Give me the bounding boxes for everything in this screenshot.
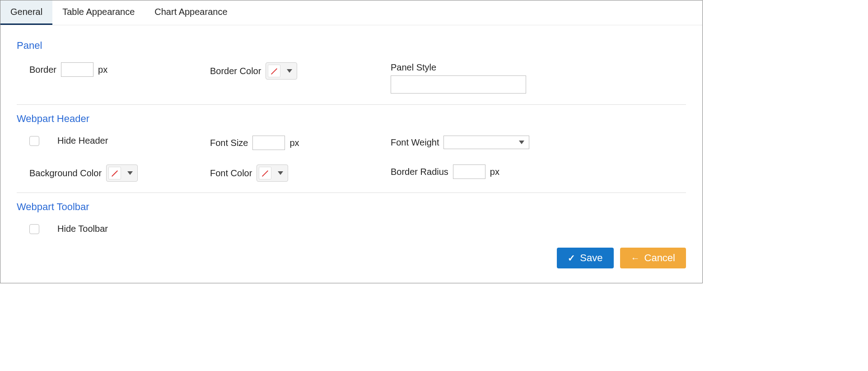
tab-table-appearance[interactable]: Table Appearance: [52, 0, 145, 25]
divider: [17, 193, 686, 193]
background-color-picker[interactable]: [106, 164, 138, 182]
save-button[interactable]: Save: [557, 248, 613, 268]
chevron-down-icon: [519, 141, 524, 144]
no-color-icon: [259, 167, 271, 179]
header-row-1: Hide Header Font Size px Font Weight: [17, 133, 686, 153]
border-color-label: Border Color: [210, 66, 261, 76]
toolbar-row: Hide Toolbar: [17, 221, 686, 237]
section-title-toolbar: Webpart Toolbar: [17, 201, 686, 213]
chevron-down-icon: [127, 171, 133, 175]
hide-header-checkbox[interactable]: [29, 136, 39, 146]
cancel-button-label: Cancel: [644, 252, 675, 264]
font-weight-label: Font Weight: [391, 137, 439, 148]
font-size-input[interactable]: [252, 136, 285, 150]
border-radius-input[interactable]: [453, 164, 485, 179]
chevron-down-icon: [287, 69, 292, 73]
tab-content-general: Panel Border px Border Color Panel Style: [0, 25, 702, 283]
save-button-label: Save: [580, 252, 602, 264]
no-color-icon: [268, 65, 280, 77]
border-input[interactable]: [61, 62, 93, 77]
border-unit: px: [98, 65, 107, 75]
font-color-label: Font Color: [210, 168, 252, 178]
chevron-down-icon: [278, 171, 283, 175]
tab-chart-appearance[interactable]: Chart Appearance: [145, 0, 237, 25]
hide-header-label: Hide Header: [57, 136, 108, 146]
section-title-header: Webpart Header: [17, 113, 686, 125]
border-radius-label: Border Radius: [391, 167, 448, 177]
panel-style-label: Panel Style: [391, 62, 526, 73]
tab-bar: General Table Appearance Chart Appearanc…: [0, 0, 702, 25]
footer-buttons: Save Cancel: [17, 237, 686, 272]
settings-dialog: General Table Appearance Chart Appearanc…: [0, 0, 703, 283]
hide-toolbar-checkbox[interactable]: [29, 224, 39, 234]
font-size-unit: px: [289, 138, 299, 148]
cancel-button[interactable]: Cancel: [620, 248, 686, 268]
no-color-icon: [108, 167, 121, 179]
section-title-panel: Panel: [17, 40, 686, 52]
font-color-picker[interactable]: [257, 164, 288, 182]
font-weight-select[interactable]: [443, 136, 529, 149]
header-row-2: Background Color Font Color Border Radiu…: [17, 162, 686, 184]
divider: [17, 104, 686, 105]
font-size-label: Font Size: [210, 138, 248, 148]
background-color-label: Background Color: [29, 168, 102, 178]
border-label: Border: [29, 65, 56, 75]
panel-style-input[interactable]: [391, 75, 526, 94]
border-color-picker[interactable]: [266, 62, 297, 80]
tab-general[interactable]: General: [0, 0, 52, 25]
hide-toolbar-label: Hide Toolbar: [57, 224, 108, 234]
border-radius-unit: px: [490, 167, 499, 177]
arrow-left-icon: [631, 252, 640, 264]
check-icon: [568, 252, 575, 264]
panel-row: Border px Border Color Panel Style: [17, 60, 686, 96]
